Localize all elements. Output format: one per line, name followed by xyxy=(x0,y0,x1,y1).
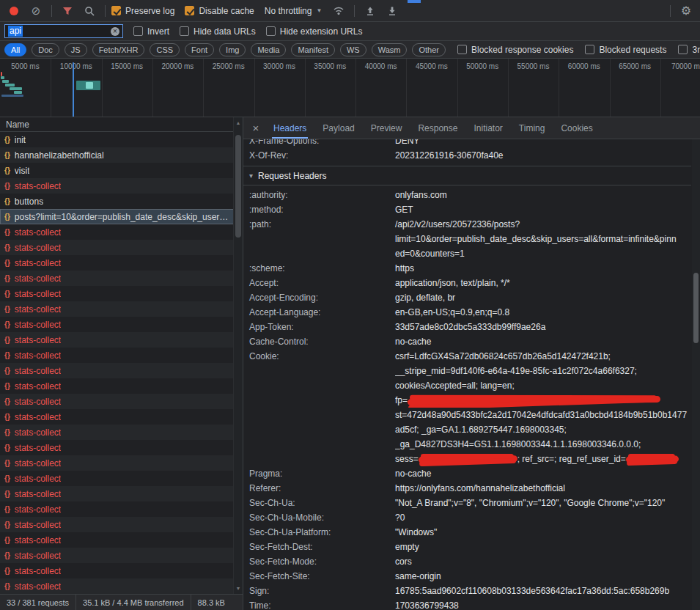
checkbox-3rd-party-requests[interactable]: 3rd-party requests xyxy=(678,45,700,55)
json-braces-icon: {} xyxy=(4,444,10,452)
request-name: stats-collect xyxy=(15,535,61,545)
timeline-overview[interactable]: 5000 ms10000 ms15000 ms20000 ms25000 ms3… xyxy=(0,59,700,117)
header-name: Cache-Control: xyxy=(249,334,395,349)
request-row[interactable]: {}stats-collect xyxy=(0,471,243,486)
request-row[interactable]: {}stats-collect xyxy=(0,440,243,455)
type-filter-media[interactable]: Media xyxy=(251,43,286,56)
scroll-down-icon[interactable]: ▼ xyxy=(234,586,243,591)
request-row[interactable]: {}stats-collect xyxy=(0,271,243,286)
request-row[interactable]: {}stats-collect xyxy=(0,255,243,271)
tab-payload[interactable]: Payload xyxy=(314,117,362,139)
type-filter-wasm[interactable]: Wasm xyxy=(372,43,408,56)
checkbox-checked-icon xyxy=(185,6,194,15)
type-filter-all[interactable]: All xyxy=(4,43,26,56)
request-row[interactable]: {}visit xyxy=(0,163,243,178)
request-row[interactable]: {}init xyxy=(0,132,243,147)
scrollbar-thumb[interactable] xyxy=(693,273,699,343)
checkbox-blocked-response-cookies[interactable]: Blocked response cookies xyxy=(457,45,573,55)
header-name: Sec-Fetch-Dest: xyxy=(249,540,395,554)
settings-button[interactable]: ⚙ xyxy=(677,3,696,19)
type-filter-manifest[interactable]: Manifest xyxy=(291,43,335,56)
record-button[interactable] xyxy=(4,3,23,19)
disable-cache-label: Disable cache xyxy=(199,6,254,16)
invert-checkbox[interactable]: Invert xyxy=(133,26,169,37)
type-filter-other[interactable]: Other xyxy=(412,43,446,56)
request-row[interactable]: {}stats-collect xyxy=(0,578,243,594)
tab-cookies[interactable]: Cookies xyxy=(553,117,600,139)
network-conditions-button[interactable] xyxy=(329,3,348,19)
request-row[interactable]: {}stats-collect xyxy=(0,317,243,332)
type-filter-css[interactable]: CSS xyxy=(150,43,180,56)
tab-headers[interactable]: Headers xyxy=(265,117,314,139)
request-row[interactable]: {}stats-collect xyxy=(0,501,243,517)
request-row[interactable]: {}stats-collect xyxy=(0,532,243,548)
type-filter-font[interactable]: Font xyxy=(185,43,214,56)
request-row[interactable]: {}stats-collect xyxy=(0,240,243,255)
header-name: Pragma: xyxy=(249,466,395,481)
request-row[interactable]: {}stats-collect xyxy=(0,486,243,501)
type-filter-doc[interactable]: Doc xyxy=(32,43,59,56)
detail-tabs: × HeadersPayloadPreviewResponseInitiator… xyxy=(243,117,700,139)
import-har-icon xyxy=(365,6,375,16)
request-row[interactable]: {}stats-collect xyxy=(0,548,243,563)
disable-cache-checkbox[interactable]: Disable cache xyxy=(185,6,254,16)
header-value: csrf=LdfcGX4Sa72db06824c657db26a5d142472… xyxy=(395,349,691,466)
scrollbar-thumb[interactable] xyxy=(235,135,241,238)
request-headers-section[interactable]: ▾Request Headers xyxy=(243,166,691,185)
tab-preview[interactable]: Preview xyxy=(363,117,410,139)
column-header-name[interactable]: Name xyxy=(0,117,243,132)
request-row[interactable]: {}stats-collect xyxy=(0,563,243,578)
clear-filter-icon[interactable]: × xyxy=(111,27,119,36)
scroll-up-icon[interactable]: ▲ xyxy=(234,120,243,125)
search-button[interactable] xyxy=(80,3,99,19)
hide-extension-urls-checkbox[interactable]: Hide extension URLs xyxy=(266,26,363,37)
checkbox-blocked-requests[interactable]: Blocked requests xyxy=(585,45,666,55)
request-row[interactable]: {}posts?limit=10&order=publish_date_desc… xyxy=(0,209,243,224)
preserve-log-checkbox[interactable]: Preserve log xyxy=(111,6,174,16)
tab-timing[interactable]: Timing xyxy=(511,117,553,139)
header-row: X-Of-Rev:202312261916-30670fa40e xyxy=(243,148,691,163)
type-filter-img[interactable]: Img xyxy=(219,43,246,56)
header-value: GET xyxy=(395,202,691,217)
request-row[interactable]: {}hannahelizabethofficial xyxy=(0,147,243,163)
request-row[interactable]: {}stats-collect xyxy=(0,301,243,317)
separator xyxy=(51,5,52,17)
request-row[interactable]: {}stats-collect xyxy=(0,378,243,394)
tab-response[interactable]: Response xyxy=(410,117,465,139)
request-row[interactable]: {}stats-collect xyxy=(0,224,243,240)
detail-scrollbar[interactable] xyxy=(692,139,700,610)
close-detail-button[interactable]: × xyxy=(246,117,265,139)
request-row[interactable]: {}buttons xyxy=(0,194,243,209)
request-row[interactable]: {}stats-collect xyxy=(0,517,243,532)
network-filter-input[interactable]: api × xyxy=(4,24,123,38)
filter-toggle-button[interactable] xyxy=(58,3,77,19)
request-name: stats-collect xyxy=(15,581,61,592)
section-title: Request Headers xyxy=(258,171,326,181)
header-row: Time:1703636799438 xyxy=(243,598,691,610)
request-row[interactable]: {}stats-collect xyxy=(0,332,243,348)
import-har-button[interactable] xyxy=(361,3,380,19)
type-filter-fetch-xhr[interactable]: Fetch/XHR xyxy=(92,43,145,56)
request-row[interactable]: {}stats-collect xyxy=(0,348,243,363)
tab-initiator[interactable]: Initiator xyxy=(465,117,510,139)
request-row[interactable]: {}stats-collect xyxy=(0,409,243,425)
header-row: Referer:https://onlyfans.com/hannaheliza… xyxy=(243,481,691,496)
type-filter-js[interactable]: JS xyxy=(65,43,87,56)
clear-button[interactable]: ⊘ xyxy=(26,3,45,19)
request-row[interactable]: {}stats-collect xyxy=(0,394,243,409)
request-row[interactable]: {}stats-collect xyxy=(0,286,243,301)
network-toolbar: ⊘ Preserve log Disable cache No throttli… xyxy=(0,0,700,22)
name-column-label: Name xyxy=(6,120,29,130)
request-row[interactable]: {}stats-collect xyxy=(0,425,243,440)
request-name: stats-collect xyxy=(15,289,61,299)
header-name: Sec-Ch-Ua-Mobile: xyxy=(249,510,395,525)
json-braces-icon: {} xyxy=(4,213,10,221)
request-row[interactable]: {}stats-collect xyxy=(0,455,243,471)
throttling-select[interactable]: No throttling ▼ xyxy=(265,6,323,16)
request-list-scrollbar[interactable]: ▲ ▼ xyxy=(233,117,243,594)
export-har-button[interactable] xyxy=(383,3,402,19)
hide-data-urls-checkbox[interactable]: Hide data URLs xyxy=(180,26,256,37)
request-row[interactable]: {}stats-collect xyxy=(0,178,243,194)
request-row[interactable]: {}stats-collect xyxy=(0,363,243,378)
type-filter-ws[interactable]: WS xyxy=(340,43,366,56)
